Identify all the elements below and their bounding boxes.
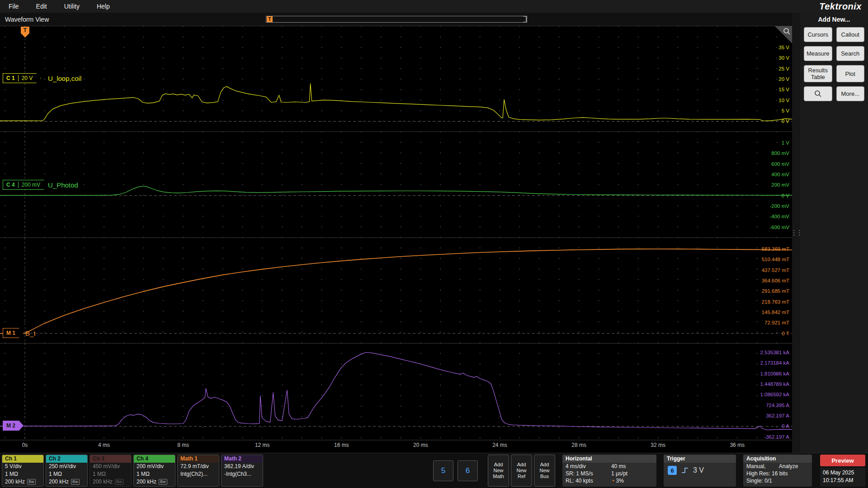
channel4-badge-label: C 4 <box>6 182 15 188</box>
acquisition-panel[interactable]: Acquisition Manual,AnalyzeHigh Res: 16 b… <box>743 455 812 487</box>
channel-setting: 1 MΩ <box>134 470 175 478</box>
add-new-ref-button[interactable]: AddNewRef <box>511 455 532 487</box>
menu-bar: File Edit Utility Help Tektronix <box>0 0 868 13</box>
date-label: 06 May 2025 <box>823 469 863 477</box>
waveform-view-pane: Waveform View T 35 V30 V25 V20 V15 V10 V… <box>0 13 792 453</box>
panel-value: High Res: 16 bits <box>746 470 809 477</box>
math1-badge-label: M 1 <box>6 330 15 336</box>
grid-dots <box>0 26 792 440</box>
channel1-badge-label: C 1 <box>6 75 15 81</box>
bandwidth-icon: Bw <box>71 479 80 485</box>
channel-setting: 200 kHzBw <box>46 478 87 486</box>
trigger-panel[interactable]: Trigger 6 3 V <box>664 455 736 487</box>
panel-value: RL: 40 kpts <box>566 478 611 484</box>
bandwidth-icon: Bw <box>115 479 123 485</box>
channel-name: Ch 3 <box>90 455 131 463</box>
channel1-badge[interactable]: C 1 20 V <box>3 73 41 83</box>
callout-button[interactable]: Callout <box>836 27 865 42</box>
channel-setting: 200 kHzBw <box>90 478 131 486</box>
plot-button[interactable]: Plot <box>836 65 865 82</box>
math1-trace-label: B_t <box>25 329 36 337</box>
math2-badge-label: M 2 <box>6 422 15 429</box>
magnifier-icon <box>782 27 791 36</box>
zoom-button[interactable] <box>804 86 832 101</box>
channel4-scale: 200 mV <box>18 182 40 188</box>
waveform-view-titlebar: Waveform View T <box>0 13 792 26</box>
channel-name: Math 2 <box>222 455 263 463</box>
panel-value: SR: 1 MS/s <box>566 470 611 477</box>
results-table-button[interactable]: Results Table <box>804 65 832 82</box>
channel-setting: 1 MΩ <box>90 470 131 478</box>
bandwidth-icon: Bw <box>27 479 36 485</box>
magnifier-icon <box>814 90 822 98</box>
panel-value: Analyze <box>779 463 809 469</box>
right-panel: Add New... Cursors Callout Measure Searc… <box>800 13 868 453</box>
channel-badge-math-2[interactable]: Math 2362.19 A/div-Intg(Ch3... <box>221 455 263 487</box>
channel-name: Ch 2 <box>46 455 87 463</box>
add-new-bus-button[interactable]: AddNewBus <box>534 455 555 487</box>
panel-splitter[interactable]: ⋮⋮ <box>792 13 800 453</box>
channel-badge-ch-4[interactable]: Ch 4200 mV/div1 MΩ200 kHzBw <box>133 455 175 487</box>
preview-column: Preview 06 May 2025 10:17:55 AM <box>820 455 865 487</box>
menu-edit[interactable]: Edit <box>28 0 56 13</box>
trigger-source-badge: 6 <box>668 466 677 475</box>
view-title: Waveform View <box>0 16 49 23</box>
channel-setting: 72.9 mT/div <box>178 463 219 470</box>
channel-badge-ch-3[interactable]: Ch 3450 mV/div1 MΩ200 kHzBw <box>90 455 132 487</box>
channel-setting: 1 MΩ <box>46 470 87 478</box>
add-new-math-button[interactable]: AddNewMath <box>488 455 509 487</box>
channel-setting: 450 mV/div <box>90 463 131 470</box>
measure-button[interactable]: Measure <box>804 46 832 61</box>
channel-badge-math-1[interactable]: Math 172.9 mT/divIntg(Ch2)... <box>177 455 219 487</box>
waveform-canvas <box>0 26 792 453</box>
trigger-panel-title: Trigger <box>664 455 736 463</box>
horizontal-panel[interactable]: Horizontal 4 ms/div40 msSR: 1 MS/s1 µs/p… <box>562 455 656 487</box>
channel-slots: 56 <box>433 455 478 487</box>
panel-value: 1 µs/pt <box>611 470 653 477</box>
channel-badge-strip: Ch 15 V/div1 MΩ200 kHzBwCh 2250 mV/div1 … <box>2 455 263 487</box>
acquisition-panel-title: Acquisition <box>743 455 812 463</box>
channel-badge-ch-2[interactable]: Ch 2250 mV/div1 MΩ200 kHzBw <box>46 455 88 487</box>
bottom-bar: Ch 15 V/div1 MΩ200 kHzBwCh 2250 mV/div1 … <box>0 453 868 488</box>
channel-setting: 200 kHzBw <box>2 478 43 486</box>
panel-value: Single: 0/1 <box>746 478 809 484</box>
channel4-trace-label: U_Photod <box>48 181 78 189</box>
tektronix-logo: Tektronix <box>819 1 868 12</box>
channel-setting: -Intg(Ch3... <box>222 470 263 478</box>
datetime: 06 May 2025 10:17:55 AM <box>820 468 865 487</box>
panel-value: 4 ms/div <box>566 463 611 469</box>
add-channel-slot-5[interactable]: 5 <box>433 460 453 481</box>
channel-setting: 5 V/div <box>2 463 43 470</box>
panel-value: Manual, <box>746 463 779 469</box>
bandwidth-icon: Bw <box>159 479 167 485</box>
trigger-level: 3 V <box>693 466 704 474</box>
search-button[interactable]: Search <box>836 46 865 61</box>
channel-name: Math 1 <box>178 455 219 463</box>
channel-badge-ch-1[interactable]: Ch 15 V/div1 MΩ200 kHzBw <box>2 455 44 487</box>
horizontal-position-minimap[interactable]: T <box>266 16 527 23</box>
add-channel-slot-6[interactable]: 6 <box>458 460 478 481</box>
add-new-buttons: AddNewMathAddNewRefAddNewBus <box>488 455 555 487</box>
channel1-trace-label: U_loop,coil <box>48 75 81 82</box>
channel1-scale: 20 V <box>18 75 33 81</box>
channel-name: Ch 4 <box>134 455 175 463</box>
channel4-badge[interactable]: C 4 200 mV <box>3 180 48 190</box>
menu-help[interactable]: Help <box>88 0 118 13</box>
panel-value: 3% <box>611 478 653 484</box>
channel-setting: 362.19 A/div <box>222 463 263 470</box>
channel-setting: 250 mV/div <box>46 463 87 470</box>
rising-edge-icon <box>681 467 689 474</box>
minimap-trigger-icon[interactable]: T <box>267 16 273 22</box>
menu-utility[interactable]: Utility <box>56 0 88 13</box>
channel-setting: 1 MΩ <box>2 470 43 478</box>
preview-button[interactable]: Preview <box>820 455 865 466</box>
menu-file[interactable]: File <box>0 0 28 13</box>
channel-setting: 200 mV/div <box>134 463 175 470</box>
more-button[interactable]: More... <box>836 86 865 101</box>
channel-setting: 200 kHzBw <box>134 478 175 486</box>
channel-setting: Intg(Ch2)... <box>178 470 219 478</box>
horizontal-panel-title: Horizontal <box>562 455 656 463</box>
waveform-plot[interactable]: 35 V30 V25 V20 V15 V10 V5 V0 V1 V800 mV6… <box>0 26 792 453</box>
add-new-header: Add New... <box>804 13 864 27</box>
cursors-button[interactable]: Cursors <box>804 27 832 42</box>
